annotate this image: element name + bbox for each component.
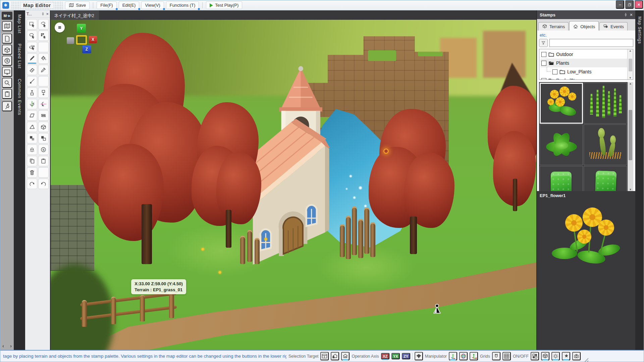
stamp-thumb-horsetail[interactable] bbox=[584, 83, 627, 124]
scroll-down-icon[interactable]: ▼ bbox=[629, 76, 632, 79]
surface-select-tool[interactable] bbox=[27, 42, 37, 52]
slope-tool[interactable] bbox=[27, 110, 37, 121]
lower-terrain-tool[interactable] bbox=[38, 87, 49, 98]
lighting-toggle-button[interactable] bbox=[551, 352, 560, 360]
overview-squares-button[interactable] bbox=[531, 352, 539, 360]
engine-logo-icon[interactable]: M·▶ bbox=[2, 12, 12, 20]
menu-view[interactable]: View(V) bbox=[141, 1, 164, 9]
close-panel-icon[interactable]: × bbox=[630, 12, 633, 17]
tab-placed-list[interactable]: Placed List bbox=[17, 42, 22, 70]
layer-diamond-button[interactable] bbox=[415, 352, 423, 360]
title-grip[interactable]: Map Editor bbox=[11, 1, 63, 9]
selection-target-object-button[interactable] bbox=[341, 352, 350, 360]
scroll-up-icon[interactable]: ▲ bbox=[629, 49, 632, 52]
tab-map-list[interactable]: Map List bbox=[17, 13, 22, 35]
grid-select-tool[interactable] bbox=[38, 31, 49, 41]
resources-icon[interactable] bbox=[2, 34, 12, 44]
test-play-button[interactable]: Test Play(P) bbox=[206, 1, 242, 9]
scale-manipulator-button[interactable] bbox=[470, 352, 478, 360]
axis-yx-button[interactable]: YX bbox=[391, 353, 400, 359]
marquee-select-tool[interactable] bbox=[27, 19, 37, 29]
close-panel-icon[interactable]: × bbox=[46, 11, 49, 16]
axis-xz-button[interactable]: XZ bbox=[381, 353, 389, 359]
menu-file[interactable]: File(F) bbox=[97, 1, 117, 9]
scroll-down-icon[interactable]: ▼ bbox=[629, 188, 632, 191]
gizmo-center-cube[interactable] bbox=[76, 35, 87, 45]
resize-grip[interactable] bbox=[583, 357, 588, 362]
scroll-left-icon[interactable]: ‹ bbox=[2, 343, 4, 349]
minimize-button[interactable]: – bbox=[616, 0, 624, 9]
gizmo-z-axis[interactable]: Z bbox=[82, 45, 91, 53]
scroll-right-icon[interactable]: › bbox=[10, 343, 12, 349]
rotate-x-tool[interactable] bbox=[38, 99, 49, 109]
pin-icon[interactable] bbox=[624, 13, 628, 17]
checkbox[interactable] bbox=[541, 61, 546, 66]
snap-magnet-button[interactable] bbox=[492, 352, 500, 360]
gizmo-x-axis[interactable]: X bbox=[89, 36, 97, 43]
copy-tool[interactable] bbox=[27, 156, 37, 166]
stamp-thumb-flower[interactable] bbox=[540, 83, 583, 124]
rotate-y-tool[interactable] bbox=[27, 99, 37, 109]
checkbox[interactable] bbox=[552, 69, 557, 74]
shovel-tool[interactable] bbox=[27, 76, 37, 86]
camera-toggle-button[interactable] bbox=[572, 352, 581, 360]
filter-button[interactable] bbox=[539, 39, 548, 47]
send-back-tool[interactable] bbox=[38, 133, 49, 143]
pen-tool[interactable] bbox=[27, 53, 37, 64]
menu-edit[interactable]: Edit(E) bbox=[119, 1, 140, 9]
scroll-up-icon[interactable]: ▲ bbox=[629, 82, 632, 85]
tree-row-low-plants[interactable]: Low_Plants bbox=[541, 67, 627, 76]
move-manipulator-button[interactable] bbox=[449, 352, 457, 360]
raise-terrain-tool[interactable] bbox=[27, 87, 37, 98]
stack-layers-tool[interactable] bbox=[38, 110, 49, 121]
tab-common-events[interactable]: Common Events bbox=[17, 77, 22, 117]
map-3d-canvas[interactable]: Y X Z X:33.00 Z:59.00 (Y:4.50) Terrain :… bbox=[51, 20, 536, 350]
database-icon[interactable] bbox=[2, 45, 12, 55]
eraser-tool[interactable] bbox=[27, 65, 37, 75]
system-icon[interactable] bbox=[2, 56, 12, 66]
tree-row-rocks-stones[interactable]: Rocks/Stones bbox=[541, 76, 627, 79]
restore-button[interactable] bbox=[625, 0, 634, 9]
rotate-manipulator-button[interactable] bbox=[459, 352, 468, 360]
effects-toggle-button[interactable] bbox=[562, 352, 570, 360]
menu-functions[interactable]: Functions (T) bbox=[166, 1, 199, 9]
stamp-thumb-leafy-plant[interactable] bbox=[540, 124, 583, 165]
delete-tool[interactable] bbox=[27, 167, 37, 178]
viewport-menu-button[interactable] bbox=[55, 22, 65, 33]
model-display-button[interactable] bbox=[541, 352, 549, 360]
save-data-icon[interactable] bbox=[2, 89, 12, 99]
tab-terrains[interactable]: Terrains bbox=[538, 22, 569, 31]
spotlight-tool[interactable] bbox=[27, 144, 37, 155]
map-tab[interactable]: ネイテイ村_2_途中2 bbox=[51, 10, 99, 20]
gizmo-gray-cube[interactable] bbox=[67, 37, 74, 44]
checkbox[interactable] bbox=[541, 78, 546, 80]
axis-zy-button[interactable]: ZY bbox=[402, 353, 410, 359]
grid-toggle-button[interactable] bbox=[502, 352, 511, 360]
box-tool[interactable] bbox=[38, 122, 49, 132]
ellipse-select-tool[interactable] bbox=[27, 31, 37, 41]
tree-row-plants[interactable]: Plants bbox=[541, 59, 627, 67]
scroll-thumb[interactable] bbox=[629, 59, 632, 71]
system-stamp-tool[interactable] bbox=[38, 144, 49, 155]
bring-front-tool[interactable] bbox=[27, 133, 37, 143]
test-run-icon[interactable] bbox=[2, 101, 12, 111]
save-button[interactable]: Save bbox=[65, 1, 90, 9]
lasso-select-tool[interactable] bbox=[38, 19, 49, 29]
checkbox[interactable] bbox=[541, 52, 546, 57]
etc-link[interactable]: etc. bbox=[540, 33, 633, 38]
stamp-thumb-bush-cube[interactable] bbox=[540, 166, 583, 191]
grid-scrollbar[interactable]: ▲ ▼ bbox=[628, 82, 633, 191]
pin-icon[interactable] bbox=[41, 12, 45, 16]
axis-gizmo[interactable]: Y X Z bbox=[67, 23, 104, 57]
display-settings-icon[interactable] bbox=[2, 67, 12, 77]
selection-target-lock-button[interactable] bbox=[331, 352, 339, 360]
tree-scrollbar[interactable]: ▲ ▼ bbox=[627, 49, 633, 79]
scroll-thumb[interactable] bbox=[629, 110, 632, 160]
map-edit-icon[interactable] bbox=[2, 21, 12, 31]
fill-tool[interactable] bbox=[38, 53, 49, 64]
paste-tool[interactable] bbox=[38, 156, 49, 166]
undo-tool[interactable] bbox=[38, 179, 49, 189]
stamp-search-input[interactable] bbox=[549, 39, 633, 47]
redo-tool[interactable] bbox=[27, 179, 37, 189]
close-button[interactable]: × bbox=[635, 0, 643, 9]
